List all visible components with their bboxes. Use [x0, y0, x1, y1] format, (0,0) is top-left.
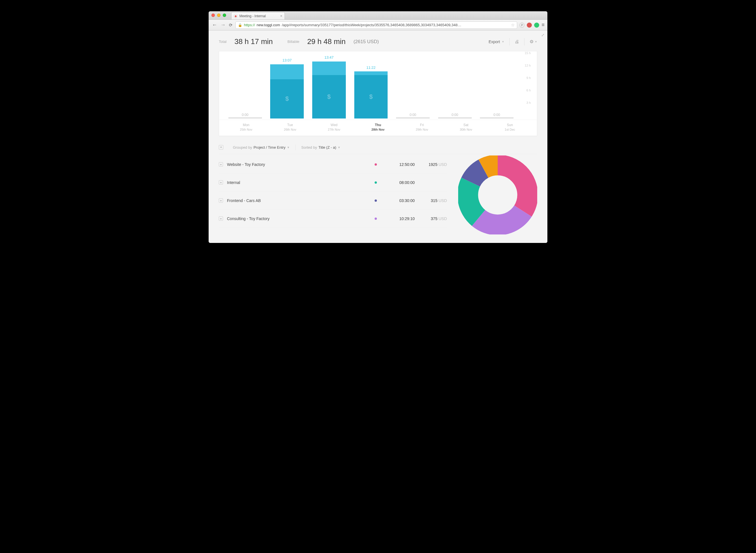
y-tick: 9 h — [527, 76, 531, 80]
y-tick: 6 h — [527, 89, 531, 92]
forward-button[interactable]: → — [220, 22, 226, 28]
x-date: 30th Nov — [444, 128, 488, 132]
chevron-down-icon: ▼ — [502, 41, 504, 43]
x-day: Mon — [224, 123, 268, 128]
toggl-favicon-icon: ◉ — [234, 14, 238, 18]
expand-row-button[interactable]: + — [219, 180, 223, 184]
bar-segment-nonbillable — [312, 62, 346, 75]
project-color-dot — [374, 163, 377, 166]
print-button[interactable]: 🖨 — [514, 39, 519, 44]
group-by-prefix: Grouped by — [233, 145, 252, 150]
x-axis-label[interactable]: Sun1st Dec — [488, 123, 532, 132]
donut-chart — [458, 155, 537, 234]
bar-baseline — [396, 117, 430, 118]
donut-slice[interactable] — [468, 165, 528, 225]
x-date: 1st Dec — [488, 128, 532, 132]
x-day: Wed — [312, 123, 356, 128]
x-date: 28th Nov — [356, 128, 400, 132]
bar-baseline — [438, 117, 472, 118]
browser-tab[interactable]: ◉ Meeting - Internal × — [231, 12, 285, 19]
y-axis-ticks: 3 h6 h9 h12 h15 h — [521, 57, 532, 118]
bar-column[interactable]: 0:00 — [392, 57, 434, 118]
expand-row-button[interactable]: + — [219, 199, 223, 203]
sort-by-prefix: Sorted by — [301, 145, 317, 150]
bar-wrap: $ — [270, 57, 304, 118]
project-color-dot — [374, 181, 377, 184]
bar-segment-nonbillable — [354, 71, 388, 75]
project-name: Frontend - Cars AB — [227, 199, 371, 203]
project-row[interactable]: +Website - Toy Factory12:50:001925USD — [219, 155, 447, 173]
fullscreen-icon[interactable]: ⤢ — [541, 33, 545, 37]
x-axis: Mon25th NovTue26th NovWed27th NovThu28th… — [219, 120, 537, 134]
browser-menu-icon[interactable]: ≡ — [541, 22, 545, 28]
x-axis-label[interactable]: Mon25th Nov — [224, 123, 268, 132]
x-day: Tue — [268, 123, 312, 128]
address-bar[interactable]: 🔒 https:// new.toggl.com /app/#reports/s… — [235, 21, 517, 29]
x-axis-label[interactable]: Wed27th Nov — [312, 123, 356, 132]
project-color-dot — [374, 218, 377, 220]
project-duration: 12:50:00 — [389, 162, 415, 167]
export-button[interactable]: Export ▼ — [489, 40, 504, 44]
x-date: 29th Nov — [400, 128, 444, 132]
project-name: Internal — [227, 180, 371, 185]
app-viewport: ⤢ Total 38 h 17 min Billable 29 h 48 min… — [209, 30, 547, 243]
x-date: 27th Nov — [312, 128, 356, 132]
project-row[interactable]: +Frontend - Cars AB03:30:00315USD — [219, 191, 447, 210]
bookmark-star-icon[interactable]: ☆ — [511, 22, 514, 28]
bar-value-label: 0:00 — [242, 113, 249, 117]
x-date: 25th Nov — [224, 128, 268, 132]
x-axis-label[interactable]: Fri29th Nov — [400, 123, 444, 132]
extension-red-icon[interactable] — [527, 22, 532, 28]
total-label: Total — [219, 40, 226, 44]
x-axis-label[interactable]: Sat30th Nov — [444, 123, 488, 132]
bar-column[interactable]: 0:00 — [476, 57, 518, 118]
sort-by-value: Title (Z - a) — [319, 145, 336, 150]
bar-column[interactable]: 13:07$ — [266, 57, 308, 118]
settings-button[interactable]: ⚙ ▼ — [530, 39, 537, 44]
group-by-dropdown[interactable]: Grouped by Project / Time Entry ▼ — [233, 145, 290, 150]
window-zoom-button[interactable] — [223, 13, 226, 17]
project-row[interactable]: +Internal08:00:00 — [219, 173, 447, 191]
tab-strip: ◉ Meeting - Internal × — [209, 11, 547, 20]
y-tick: 15 h — [525, 51, 531, 55]
chart-area: 3 h6 h9 h12 h15 h 0:0013:07$13:47$11:22$… — [224, 57, 532, 118]
reload-button[interactable]: ⟳ — [228, 22, 233, 28]
project-rows: +Website - Toy Factory12:50:001925USD+In… — [219, 155, 447, 228]
divider — [509, 38, 509, 46]
dollar-icon: $ — [285, 95, 289, 102]
extension-green-icon[interactable] — [534, 22, 539, 28]
billable-label: Billable — [287, 40, 299, 44]
dollar-icon: $ — [369, 93, 372, 100]
divider — [524, 38, 525, 46]
project-row[interactable]: +Consulting - Toy Factory10:29:10375USD — [219, 210, 447, 228]
expand-row-button[interactable]: + — [219, 162, 223, 166]
bar-value-label: 0:00 — [452, 113, 458, 117]
expand-all-button[interactable]: + — [219, 145, 223, 150]
extension-p-icon[interactable]: P — [520, 22, 525, 28]
x-axis-label[interactable]: Thu28th Nov — [356, 123, 400, 132]
back-button[interactable]: ← — [211, 22, 218, 28]
bar-column[interactable]: 13:47$ — [308, 57, 350, 118]
bar-column[interactable]: 0:00 — [434, 57, 476, 118]
window-close-button[interactable] — [211, 13, 215, 17]
x-day: Thu — [356, 123, 400, 128]
y-tick: 3 h — [527, 101, 531, 104]
bar-column[interactable]: 11:22$ — [350, 57, 392, 118]
y-tick: 12 h — [525, 64, 531, 67]
url-host: new.toggl.com — [257, 23, 280, 27]
expand-row-button[interactable]: + — [219, 216, 223, 221]
url-scheme: https:// — [244, 23, 255, 27]
x-axis-label[interactable]: Tue26th Nov — [268, 123, 312, 132]
project-name: Website - Toy Factory — [227, 162, 371, 167]
browser-window: ◉ Meeting - Internal × ← → ⟳ 🔒 https:// … — [209, 11, 547, 243]
x-date: 26th Nov — [268, 128, 312, 132]
x-day: Sun — [488, 123, 532, 128]
bar-segment-billable: $ — [312, 75, 346, 118]
bar-column[interactable]: 0:00 — [224, 57, 266, 118]
sort-by-dropdown[interactable]: Sorted by Title (Z - a) ▼ — [301, 145, 340, 150]
window-minimize-button[interactable] — [217, 13, 220, 17]
project-amount: 1925USD — [419, 162, 447, 167]
tab-title: Meeting - Internal — [239, 14, 266, 18]
tab-close-icon[interactable]: × — [280, 14, 282, 18]
bar-segment-billable: $ — [354, 75, 388, 118]
